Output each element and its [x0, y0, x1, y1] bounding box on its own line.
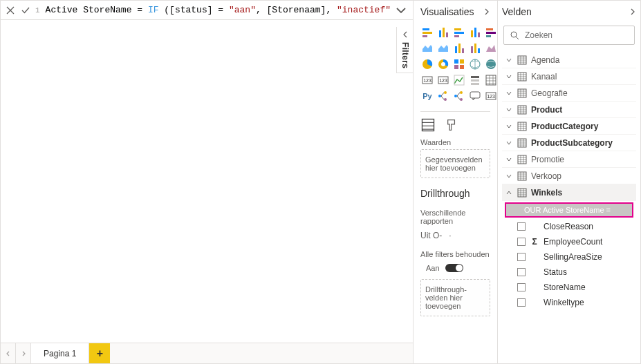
collapse-viz-icon[interactable]	[483, 6, 490, 17]
viz-pie[interactable]	[420, 57, 434, 71]
collapse-fields-icon[interactable]	[629, 6, 636, 17]
drill-cross-label: Verschillende rapporten	[420, 209, 490, 225]
field-status[interactable]: Status	[502, 265, 636, 280]
add-page-button[interactable]: +	[89, 343, 110, 363]
formula-cancel-button[interactable]	[5, 5, 16, 16]
table-product[interactable]: Product	[502, 102, 636, 118]
svg-rect-2	[422, 35, 427, 37]
svg-rect-13	[486, 32, 496, 34]
format-mode-icon[interactable]	[445, 117, 461, 133]
svg-rect-6	[454, 28, 461, 30]
field-label: Winkeltype	[544, 298, 584, 307]
field-closereason[interactable]: CloseReason	[502, 219, 636, 234]
svg-rect-12	[486, 28, 493, 30]
viz-qna[interactable]	[468, 89, 482, 103]
viz-kpi[interactable]	[452, 73, 466, 87]
viz-area[interactable]	[420, 41, 434, 55]
chevron-down-icon	[505, 156, 513, 163]
filters-pane-collapsed[interactable]: Filters	[396, 27, 413, 73]
checkbox[interactable]	[517, 298, 526, 307]
table-kanaal[interactable]: Kanaal	[502, 68, 636, 85]
tab-nav-prev[interactable]	[1, 343, 16, 363]
canvas-pane: 1 Active StoreName = IF ([status] = "aan…	[1, 1, 414, 363]
viz-table[interactable]	[484, 73, 498, 87]
formula-dropdown-icon[interactable]	[395, 4, 407, 17]
viz-clustered-bar[interactable]	[452, 26, 466, 39]
field-winkeltype[interactable]: Winkeltype	[502, 295, 636, 310]
formula-measure-name: Active StoreName	[46, 5, 132, 15]
viz-clustered-column[interactable]	[468, 26, 482, 39]
fields-search[interactable]	[503, 26, 635, 45]
field-label: SellingAreaSize	[544, 252, 602, 262]
table-geografie[interactable]: Geografie	[502, 85, 636, 102]
checkbox[interactable]	[517, 222, 526, 231]
formula-text[interactable]: 1 Active StoreName = IF ([status] = "aan…	[35, 5, 391, 15]
svg-point-40	[486, 59, 496, 69]
chevron-down-icon	[505, 57, 513, 64]
viz-hundred-bar[interactable]	[484, 26, 498, 39]
viz-stacked-area[interactable]	[436, 41, 450, 55]
page-tab-1[interactable]: Pagina 1	[31, 343, 89, 363]
svg-rect-57	[470, 92, 480, 98]
table-productcategory[interactable]: ProductCategory	[502, 118, 636, 135]
viz-filled-map[interactable]	[484, 57, 498, 71]
values-label: Waarden	[420, 138, 490, 146]
viz-py-visual[interactable]: Py	[420, 89, 434, 103]
viz-pane-title: Visualisaties	[420, 6, 474, 17]
viz-donut[interactable]	[436, 57, 450, 71]
chevron-down-icon	[505, 90, 513, 97]
field-employeecount[interactable]: ΣEmployeeCount	[502, 234, 636, 249]
viz-ribbon[interactable]	[484, 41, 498, 55]
formula-bar[interactable]: 1 Active StoreName = IF ([status] = "aan…	[1, 1, 413, 20]
svg-point-34	[441, 62, 445, 66]
viz-stacked-column[interactable]	[436, 26, 450, 39]
chevron-up-icon	[505, 189, 513, 196]
table-promotie[interactable]: Promotie	[502, 151, 636, 168]
checkbox[interactable]	[517, 238, 526, 246]
sigma-icon: Σ	[531, 237, 538, 247]
keep-filters-toggle[interactable]	[445, 264, 463, 272]
table-verkoop[interactable]: Verkoop	[502, 168, 636, 184]
checkbox[interactable]	[517, 268, 526, 276]
checkbox[interactable]	[517, 253, 526, 261]
table-productsubcategory[interactable]: ProductSubcategory	[502, 135, 636, 151]
report-canvas[interactable]: Filters	[1, 20, 413, 343]
drillthrough-well[interactable]: Drillthrough-velden hier toevoegen	[420, 279, 490, 316]
tab-nav-next[interactable]	[16, 343, 31, 363]
viz-key-influencers[interactable]	[436, 89, 450, 103]
viz-multi-card[interactable]: 123	[436, 73, 450, 87]
table-winkels[interactable]: Winkels	[502, 184, 636, 201]
fields-mode-icon[interactable]	[420, 117, 436, 133]
viz-decomposition[interactable]	[452, 89, 466, 103]
values-well[interactable]: Gegevensvelden hier toevoegen	[420, 149, 490, 178]
viz-gallery: 123123RPy123···	[420, 26, 490, 103]
chevron-down-icon	[505, 123, 513, 130]
table-agenda[interactable]: Agenda	[502, 52, 636, 68]
field-sellingareasize[interactable]: SellingAreaSize	[502, 249, 636, 265]
svg-rect-35	[454, 59, 458, 64]
viz-card[interactable]: 123	[420, 73, 434, 87]
table-label: Verkoop	[531, 171, 561, 181]
viz-map[interactable]	[468, 57, 482, 71]
svg-rect-45	[454, 75, 464, 85]
viz-line-col2[interactable]	[468, 41, 482, 55]
field-highlighted[interactable]: OUR Active StoreName =	[505, 202, 633, 218]
formula-commit-button[interactable]	[20, 5, 31, 16]
filters-label: Filters	[400, 42, 410, 68]
svg-point-56	[460, 98, 463, 101]
checkbox[interactable]	[517, 283, 526, 291]
drillthrough-title: Drillthrough	[420, 188, 490, 199]
viz-stacked-bar[interactable]	[420, 26, 434, 39]
viz-treemap[interactable]	[452, 57, 466, 71]
visualizations-pane: Visualisaties 123123RPy123··· Waarden Ge…	[414, 1, 498, 363]
viz-paginated[interactable]: 123	[484, 89, 498, 103]
viz-slicer[interactable]	[468, 73, 482, 87]
svg-rect-3	[439, 30, 441, 37]
keep-filters-state: Aan	[426, 264, 440, 272]
viz-line-col[interactable]	[452, 41, 466, 55]
search-input[interactable]	[525, 30, 629, 40]
fields-tree: AgendaKanaalGeografieProductProductCateg…	[502, 52, 636, 358]
field-storename[interactable]: StoreName	[502, 280, 636, 295]
table-label: ProductSubcategory	[531, 138, 613, 148]
drill-cross-state[interactable]: Uit O-	[420, 231, 442, 240]
